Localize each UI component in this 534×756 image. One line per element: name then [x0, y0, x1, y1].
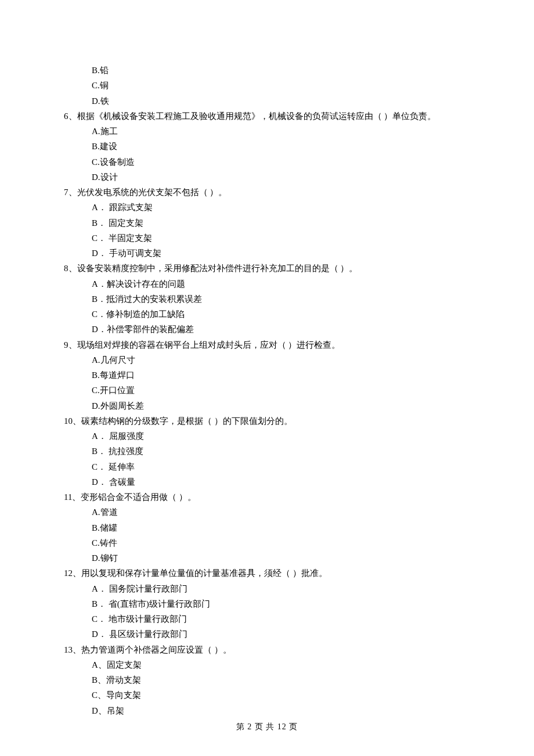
answer-option: B．抵消过大的安装积累误差	[92, 291, 470, 307]
answer-option: B、滑动支架	[92, 672, 470, 687]
answer-option: A.几何尺寸	[92, 352, 470, 368]
answer-option: C． 半固定支架	[92, 231, 470, 246]
question-stem: 11、变形铝合金不适合用做（ ）。	[64, 489, 470, 505]
answer-option: D．补偿零部件的装配偏差	[92, 322, 470, 337]
answer-option: D、吊架	[92, 703, 470, 718]
answer-option: C． 延伸率	[92, 459, 470, 474]
answer-option: D.铁	[92, 93, 470, 109]
answer-option: D.铆钉	[92, 550, 470, 566]
question-stem: 12、用以复现和保存计量单位量值的计量基准器具，须经（ ）批准。	[64, 566, 470, 581]
answer-option: A.施工	[92, 124, 470, 139]
question-stem: 9、现场组对焊接的容器在钢平台上组对成封头后，应对（ ）进行检查。	[64, 337, 470, 352]
options-block: A． 国务院计量行政部门 B． 省(直辖市)级计量行政部门 C． 地市级计量行政…	[64, 581, 470, 642]
answer-option: C.设备制造	[92, 154, 470, 170]
options-block: A． 屈服强度 B． 抗拉强度 C． 延伸率 D． 含碳量	[64, 429, 470, 489]
options-block: A.几何尺寸 B.每道焊口 C.开口位置 D.外圆周长差	[64, 352, 470, 413]
question-stem: 8、设备安装精度控制中，采用修配法对补偿件进行补充加工的目的是（ ）。	[64, 261, 470, 276]
answer-option: B． 抗拉强度	[92, 444, 470, 459]
answer-option: C、导向支架	[92, 687, 470, 703]
answer-option: C.铸件	[92, 535, 470, 550]
question-stem: 6、根据《机械设备安装工程施工及验收通用规范》，机械设备的负荷试运转应由（ ）单…	[64, 109, 470, 124]
answer-option: D.外圆周长差	[92, 398, 470, 413]
answer-option: A、固定支架	[92, 657, 470, 672]
answer-option: D． 手动可调支架	[92, 246, 470, 261]
question-stem: 10、碳素结构钢的分级数字，是根据（ ）的下限值划分的。	[64, 413, 470, 429]
answer-option: C.铜	[92, 78, 470, 93]
q5-options-block: B.铅 C.铜 D.铁	[64, 63, 470, 109]
answer-option: B． 省(直辖市)级计量行政部门	[92, 596, 470, 611]
answer-option: A．解决设计存在的问题	[92, 276, 470, 291]
question-stem: 13、热力管道两个补偿器之间应设置（ ）。	[64, 642, 470, 657]
answer-option: B.每道焊口	[92, 368, 470, 383]
answer-option: B.铅	[92, 63, 470, 78]
answer-option: B.储罐	[92, 520, 470, 535]
answer-option: C．修补制造的加工缺陷	[92, 307, 470, 322]
answer-option: D.设计	[92, 170, 470, 185]
answer-option: B.建设	[92, 139, 470, 154]
options-block: A、固定支架 B、滑动支架 C、导向支架 D、吊架	[64, 657, 470, 718]
page-footer: 第 2 页 共 12 页	[0, 720, 534, 735]
answer-option: D． 县区级计量行政部门	[92, 627, 470, 642]
answer-option: A.管道	[92, 505, 470, 520]
options-block: A． 跟踪式支架 B． 固定支架 C． 半固定支架 D． 手动可调支架	[64, 200, 470, 261]
answer-option: B． 固定支架	[92, 215, 470, 231]
answer-option: A． 国务院计量行政部门	[92, 581, 470, 596]
options-block: A.施工 B.建设 C.设备制造 D.设计	[64, 124, 470, 185]
page: B.铅 C.铜 D.铁 6、根据《机械设备安装工程施工及验收通用规范》，机械设备…	[0, 0, 534, 756]
question-stem: 7、光伏发电系统的光伏支架不包括（ ）。	[64, 185, 470, 200]
answer-option: A． 跟踪式支架	[92, 200, 470, 215]
answer-option: C． 地市级计量行政部门	[92, 611, 470, 627]
answer-option: A． 屈服强度	[92, 429, 470, 444]
options-block: A.管道 B.储罐 C.铸件 D.铆钉	[64, 505, 470, 566]
options-block: A．解决设计存在的问题 B．抵消过大的安装积累误差 C．修补制造的加工缺陷 D．…	[64, 276, 470, 337]
answer-option: D． 含碳量	[92, 474, 470, 489]
answer-option: C.开口位置	[92, 383, 470, 398]
